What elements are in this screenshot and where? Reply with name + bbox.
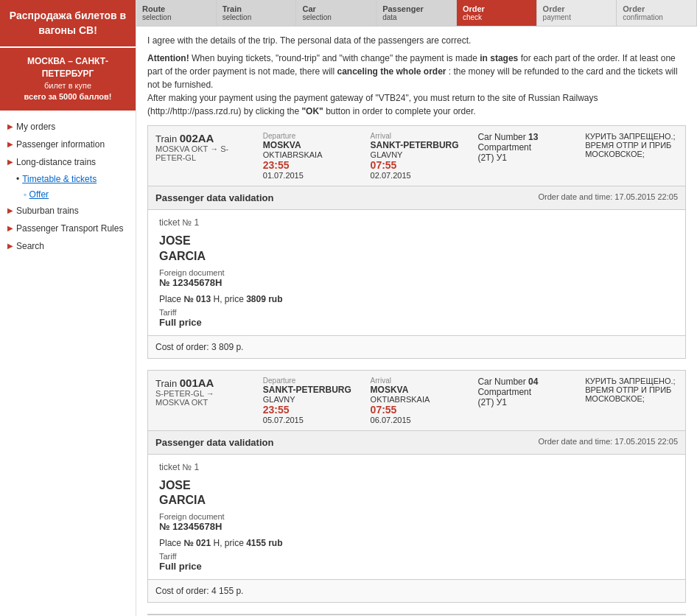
dot-icon: ◦	[24, 189, 27, 200]
train-route-2: S-PETER-GL → MOSKVA OKT	[155, 389, 248, 407]
sidebar-item-label: Search	[16, 241, 44, 251]
train-number-col-2: Train 001AA S-PETER-GL → MOSKVA OKT	[155, 377, 248, 407]
doc-num-2: № 12345678H	[159, 521, 674, 532]
sidebar-item-search[interactable]: ▶ Search	[0, 237, 136, 255]
departure-station-2: GLAVNY	[263, 395, 356, 404]
validation-header-1: Passenger data validation Order date and…	[148, 186, 685, 210]
step-label: Route	[142, 4, 210, 13]
car-number-1: 13	[528, 132, 538, 142]
main-content: Route selection Train selection Car sele…	[136, 0, 697, 616]
sidebar-item-offer[interactable]: ◦ Offer	[0, 187, 136, 202]
sidebar-item-passenger-information[interactable]: ▶ Passenger information	[0, 136, 136, 153]
attention-label: Attention!	[147, 53, 189, 63]
arrival-col-2: Arrival MOSKVA OKTIABRSKAIA 07:55 06.07.…	[371, 377, 463, 424]
compartment-1: (2T) У1	[477, 153, 507, 163]
order-date-2: Order date and time: 17.05.2015 22:05	[538, 437, 678, 448]
arrival-station-2: OKTIABRSKAIA	[371, 395, 463, 404]
progress-bar: Route selection Train selection Car sele…	[136, 0, 697, 27]
arrival-city-2: MOSKVA	[371, 385, 463, 395]
doc-label-2: Foreign document	[159, 512, 674, 521]
ticket-num-2: ticket № 1	[159, 462, 674, 472]
departure-date-2: 05.07.2015	[263, 416, 356, 424]
departure-col-2: Departure SANKT-PETERBURG GLAVNY 23:55 0…	[263, 377, 356, 424]
order-block-2: Train 001AA S-PETER-GL → MOSKVA OKT Depa…	[147, 370, 686, 603]
doc-label-1: Foreign document	[159, 268, 674, 277]
train-number-1: Train 002AA	[155, 132, 248, 144]
doc-num-1: № 12345678H	[159, 277, 674, 288]
promo-route: МОСКВА – САНКТ-ПЕТЕРБУРГ	[7, 55, 128, 80]
tariff-label-1: Tariff	[159, 308, 674, 317]
passenger-name-1: JOSE GARCIA	[159, 234, 674, 265]
timetable-link[interactable]: Timetable & tickets	[22, 174, 97, 184]
tariff-name-2: Full price	[159, 561, 674, 572]
tariff-label-2: Tariff	[159, 552, 674, 561]
sidebar-item-transport-rules[interactable]: ▶ Passenger Transport Rules	[0, 220, 136, 237]
tariff-name-1: Full price	[159, 317, 674, 328]
car-info-2: Car Number 04 Compartment (2T) У1	[477, 377, 570, 407]
arrow-icon: ▶	[7, 140, 13, 148]
step-sub: selection	[302, 13, 370, 21]
cost-of-order-1: Cost of order: 3 809 р.	[148, 335, 685, 358]
dot-icon: •	[16, 174, 19, 184]
sidebar-promo-top[interactable]: Распродажа билетов в вагоны СВ!	[0, 0, 136, 46]
step-label: Order	[623, 4, 690, 13]
step-sub: selection	[223, 13, 290, 21]
train-number-2: Train 001AA	[155, 377, 248, 389]
place-info-1: Place № 013 Н, price 3809 rub	[159, 294, 674, 304]
step-route-selection[interactable]: Route selection	[136, 0, 217, 26]
train-header-1: Train 002AA MOSKVA OKT → S-PETER-GL Depa…	[148, 126, 685, 186]
sidebar-item-my-orders[interactable]: ▶ My orders	[0, 118, 136, 136]
step-sub: data	[382, 13, 450, 21]
sidebar-item-timetable[interactable]: • Timetable & tickets	[0, 171, 136, 187]
step-order-confirmation[interactable]: Order confirmation	[617, 0, 697, 26]
step-label: Order	[463, 4, 530, 13]
step-label: Order	[543, 4, 611, 13]
departure-date-1: 01.07.2015	[263, 171, 356, 180]
sidebar-nav: ▶ My orders ▶ Passenger information ▶ Lo…	[0, 111, 136, 262]
arrival-date-1: 02.07.2015	[371, 171, 463, 180]
train-header-2: Train 001AA S-PETER-GL → MOSKVA OKT Depa…	[148, 371, 685, 431]
step-train-selection[interactable]: Train selection	[217, 0, 297, 26]
compartment-label-1: Compartment	[477, 142, 531, 153]
departure-time-2: 23:55	[263, 404, 356, 416]
attention-box: Attention! When buying tickets, "round-t…	[147, 52, 686, 118]
departure-col-1: Departure MOSKVA OKTIABRSKAIA 23:55 01.0…	[263, 132, 356, 180]
attention-bold3: "OK"	[301, 106, 323, 116]
sidebar-item-suburban-trains[interactable]: ▶ Suburban trains	[0, 202, 136, 220]
validation-header-2: Passenger data validation Order date and…	[148, 431, 685, 455]
attention-bold1: in stages	[480, 53, 518, 63]
ticket-block-1: ticket № 1 JOSE GARCIA Foreign document …	[148, 210, 685, 335]
arrival-time-1: 07:55	[371, 159, 463, 171]
attention-text5: button in order to complete your order.	[326, 106, 475, 116]
departure-label-2: Departure	[263, 377, 356, 385]
arrow-icon: ▶	[7, 242, 13, 250]
step-sub: check	[463, 13, 530, 21]
ticket-num-1: ticket № 1	[159, 217, 674, 228]
arrow-icon: ▶	[7, 158, 13, 166]
restrictions-col-2: КУРИТЬ ЗАПРЕЩЕНО.; ВРЕМЯ ОТПР И ПРИБ МОС…	[585, 377, 678, 403]
arrival-label-2: Arrival	[371, 377, 463, 385]
step-car-selection[interactable]: Car selection	[296, 0, 376, 26]
sidebar-item-long-distance-trains[interactable]: ▶ Long-distance trains	[0, 153, 136, 171]
car-label-2: Car Number	[477, 377, 525, 387]
passenger-name-2: JOSE GARCIA	[159, 478, 674, 509]
departure-city-2: SANKT-PETERBURG	[263, 385, 356, 395]
sidebar-item-label: Long-distance trains	[16, 157, 96, 167]
validation-title-2: Passenger data validation	[155, 437, 273, 448]
step-passenger-data[interactable]: Passenger data	[376, 0, 457, 26]
step-order-check[interactable]: Order check	[457, 0, 537, 26]
promo-ticket: билет в купе	[7, 80, 128, 91]
sidebar-item-label: Suburban trains	[16, 206, 79, 216]
sidebar-promo-bottom[interactable]: МОСКВА – САНКТ-ПЕТЕРБУРГ билет в купе вс…	[0, 48, 136, 110]
step-order-payment[interactable]: Order payment	[537, 0, 617, 26]
car-label-1: Car Number	[477, 132, 525, 142]
departure-label-1: Departure	[263, 132, 356, 140]
arrival-col-1: Arrival SANKT-PETERBURG GLAVNY 07:55 02.…	[371, 132, 463, 180]
step-label: Passenger	[382, 4, 450, 13]
content-area: I agree with the details of the trip. Th…	[136, 27, 697, 616]
promo-points: всего за 5000 баллов!	[7, 91, 128, 102]
compartment-label-2: Compartment	[477, 387, 531, 397]
offer-link[interactable]: Offer	[29, 189, 49, 200]
train-number-col-1: Train 002AA MOSKVA OKT → S-PETER-GL	[155, 132, 248, 162]
departure-city-1: MOSKVA	[263, 140, 356, 150]
